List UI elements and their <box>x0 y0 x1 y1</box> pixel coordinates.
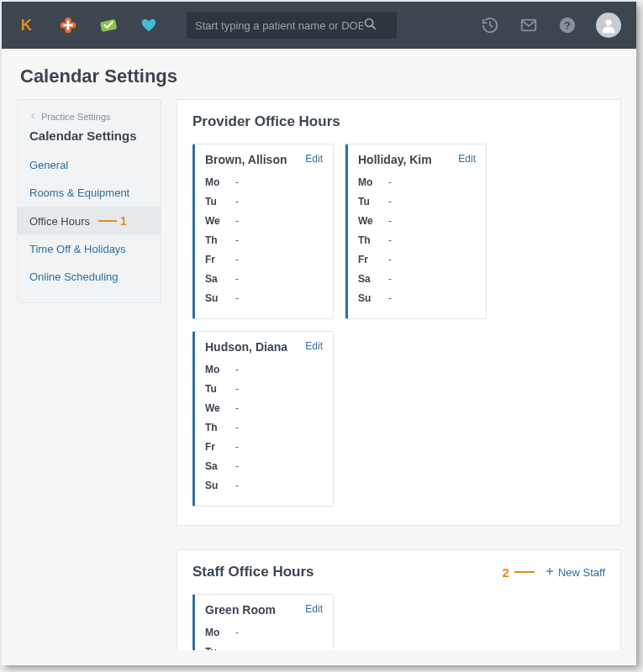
app-logo-k-icon[interactable]: K <box>17 14 39 36</box>
provider-card: Hudson, Diana Edit Mo- Tu- We- Th- Fr- S… <box>192 331 334 507</box>
patient-search[interactable] <box>187 12 397 39</box>
top-nav: K <box>2 2 636 49</box>
edit-link[interactable]: Edit <box>305 153 323 165</box>
sidebar-item-general[interactable]: General <box>18 151 161 179</box>
content-area: Practice Settings Calendar Settings Gene… <box>2 99 636 665</box>
staff-office-hours-panel: Staff Office Hours 2 New Staff <box>177 549 621 650</box>
app-frame: K <box>2 2 636 665</box>
nav-utility-icons: ? <box>480 13 621 38</box>
edit-link[interactable]: Edit <box>305 340 323 352</box>
breadcrumb-back-icon <box>29 112 38 122</box>
sidebar-item-time-off-holidays[interactable]: Time Off & Holidays <box>18 235 161 263</box>
sidebar-item-office-hours[interactable]: Office Hours 1 <box>18 207 161 235</box>
help-icon[interactable]: ? <box>557 15 577 35</box>
staff-card: Green Room Edit Mo- Tu- We- Th- Fr- Sa- … <box>192 594 334 650</box>
sidebar-item-label: Rooms & Equipment <box>29 186 129 199</box>
heart-hands-icon[interactable] <box>138 14 160 36</box>
provider-cards: Brown, Allison Edit Mo- Tu- We- Th- Fr- … <box>192 144 605 507</box>
new-staff-button[interactable]: New Staff <box>545 566 605 579</box>
provider-card: Holliday, Kim Edit Mo- Tu- We- Th- Fr- S… <box>345 144 487 319</box>
sidebar-item-online-scheduling[interactable]: Online Scheduling <box>18 263 161 291</box>
svg-point-13 <box>605 19 611 25</box>
provider-card: Brown, Allison Edit Mo- Tu- We- Th- Fr- … <box>192 144 334 319</box>
breadcrumb-label: Practice Settings <box>41 112 111 122</box>
mail-icon[interactable] <box>519 15 539 35</box>
sidebar-title: Calendar Settings <box>18 127 161 151</box>
sidebar-item-label: Office Hours <box>29 215 90 228</box>
sidebar-item-rooms-equipment[interactable]: Rooms & Equipment <box>18 179 161 207</box>
sidebar-item-label: Online Scheduling <box>29 270 119 283</box>
staff-name: Green Room <box>205 603 276 617</box>
new-staff-label: New Staff <box>558 566 605 579</box>
main-column: Provider Office Hours Brown, Allison Edi… <box>177 99 621 650</box>
staff-cards: Green Room Edit Mo- Tu- We- Th- Fr- Sa- … <box>192 594 605 650</box>
user-avatar[interactable] <box>596 13 621 38</box>
sidebar-item-label: Time Off & Holidays <box>29 243 126 255</box>
panel-title: Provider Office Hours <box>192 113 340 130</box>
edit-link[interactable]: Edit <box>458 153 476 165</box>
plus-flower-icon[interactable] <box>57 14 79 36</box>
svg-text:?: ? <box>564 19 571 32</box>
page-title: Calendar Settings <box>2 49 636 99</box>
sidebar-item-label: General <box>29 159 68 171</box>
svg-line-9 <box>372 25 376 29</box>
breadcrumb[interactable]: Practice Settings <box>18 108 161 127</box>
provider-office-hours-panel: Provider Office Hours Brown, Allison Edi… <box>177 99 621 526</box>
svg-point-8 <box>365 18 372 26</box>
edit-link[interactable]: Edit <box>305 603 323 615</box>
provider-name: Hudson, Diana <box>205 340 287 354</box>
panel-title: Staff Office Hours <box>192 564 314 580</box>
history-icon[interactable] <box>480 15 500 35</box>
svg-rect-6 <box>64 24 73 27</box>
callout-marker-2: 2 <box>503 565 540 580</box>
settings-sidebar: Practice Settings Calendar Settings Gene… <box>17 99 161 303</box>
search-icon[interactable] <box>363 17 377 34</box>
provider-name: Holliday, Kim <box>358 153 432 166</box>
callout-marker-1: 1 <box>95 214 127 228</box>
patient-search-input[interactable] <box>195 19 363 32</box>
sidebar-items: General Rooms & Equipment Office Hours 1… <box>18 151 161 291</box>
plus-icon <box>545 566 555 579</box>
svg-text:K: K <box>21 16 33 34</box>
provider-name: Brown, Allison <box>205 153 287 166</box>
checkmark-badge-icon[interactable] <box>98 14 119 36</box>
nav-product-icons: K <box>17 14 160 36</box>
